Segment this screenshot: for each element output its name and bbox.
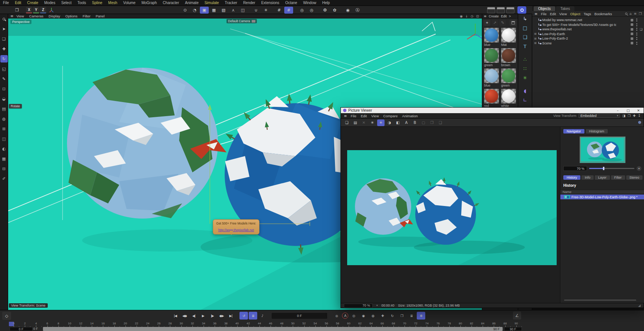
info-tab[interactable]: Layer bbox=[595, 175, 610, 180]
model-mode-icon[interactable]: ▣ bbox=[200, 7, 209, 14]
name-column-header[interactable]: Name bbox=[560, 190, 644, 194]
menu-item[interactable]: Character bbox=[160, 1, 182, 5]
render-view-icon[interactable]: ◎ bbox=[298, 7, 306, 14]
object-manager-tab[interactable]: Takes bbox=[556, 6, 574, 11]
object-row[interactable]: ⊞ Scene bbox=[532, 41, 644, 46]
axis-tool-icon[interactable] bbox=[47, 7, 56, 14]
bridge-tool[interactable]: ▦ bbox=[0, 155, 8, 162]
render-region-icon[interactable]: ✿ bbox=[330, 7, 339, 14]
key-params-button[interactable]: ↻ bbox=[388, 312, 396, 320]
text-object-icon[interactable]: T bbox=[520, 43, 531, 50]
menu-item[interactable]: Mesh bbox=[105, 1, 120, 5]
grid-icon[interactable]: # bbox=[275, 7, 284, 14]
visibility-dots[interactable] bbox=[635, 18, 638, 21]
material-item[interactable]: Mat bbox=[501, 27, 517, 47]
cube-primitive-icon[interactable]: ❑ bbox=[520, 33, 531, 41]
image-zoom-field[interactable]: 70 % bbox=[344, 304, 373, 308]
menu-item[interactable]: Edit bbox=[12, 1, 24, 5]
maximize-button[interactable]: □ bbox=[623, 108, 633, 113]
keyframe-selection-button[interactable]: ≣ bbox=[249, 312, 257, 320]
render-marked-button[interactable] bbox=[497, 7, 505, 13]
live-selection-tool[interactable]: ➤ bbox=[0, 25, 8, 33]
zoom-preset-dropdown[interactable]: ▾ bbox=[376, 304, 378, 307]
load-material-button[interactable]: ➚ bbox=[492, 20, 498, 26]
object-row[interactable]: To get 500+ Free Models/Textures/3D Asse… bbox=[532, 23, 644, 27]
key-scale-button[interactable]: ✚ bbox=[378, 312, 387, 320]
menu-item[interactable]: Render bbox=[240, 1, 258, 5]
layer-chip[interactable] bbox=[631, 23, 633, 26]
info-tab[interactable]: Info bbox=[581, 175, 594, 180]
knife-tool[interactable]: ◐ bbox=[0, 145, 8, 152]
menu-item[interactable]: Create bbox=[24, 1, 41, 5]
material-item[interactable]: red bbox=[484, 88, 500, 108]
view-transform-select[interactable]: Embedded▾ bbox=[578, 114, 620, 118]
axis-x-button[interactable]: X bbox=[26, 7, 32, 13]
material-menu-edit[interactable]: Edit bbox=[501, 14, 507, 18]
magnet-icon[interactable]: ∪ bbox=[252, 7, 261, 14]
download-icon[interactable]: ↓ bbox=[465, 14, 468, 18]
history-icon[interactable]: ◷ bbox=[471, 14, 474, 18]
scale-tool[interactable]: ◱ bbox=[0, 65, 8, 72]
add-material-button[interactable]: + bbox=[484, 20, 490, 26]
expand-icon[interactable]: ❐ bbox=[628, 114, 631, 118]
menu-item[interactable]: File bbox=[0, 1, 12, 5]
object-menu-item[interactable]: File bbox=[541, 12, 546, 16]
menu-item[interactable]: Spline bbox=[89, 1, 105, 5]
menu-item[interactable]: Extensions bbox=[258, 1, 282, 5]
spline-rectangle-icon[interactable]: □ bbox=[520, 24, 531, 32]
pen-tool[interactable]: ✎ bbox=[0, 75, 8, 82]
prev-frame-button[interactable]: ◀| bbox=[189, 312, 198, 320]
minimal-mode-button[interactable]: ✻ bbox=[417, 312, 425, 320]
menu-item[interactable]: Select bbox=[58, 1, 74, 5]
close-button[interactable]: ✕ bbox=[633, 108, 644, 113]
pv-menu-item[interactable]: Animation bbox=[402, 114, 418, 118]
object-menu-item[interactable]: Tags bbox=[584, 12, 591, 16]
null-object-icon[interactable]: ↳ bbox=[520, 15, 531, 23]
visibility-dots[interactable] bbox=[635, 42, 638, 45]
contrast-icon[interactable]: ◑ bbox=[386, 119, 393, 126]
menu-item[interactable]: Volume bbox=[120, 1, 138, 5]
layout-panel-icon[interactable]: ❒ bbox=[13, 7, 21, 14]
prev-key-button[interactable]: ◀◆ bbox=[180, 312, 189, 320]
object-row[interactable]: Model by www.remmac.net bbox=[532, 18, 644, 23]
pv-menu-item[interactable]: Compare bbox=[383, 114, 398, 118]
snap-settings-icon[interactable]: ✳ bbox=[261, 7, 270, 14]
viewport-menu-item[interactable]: Options bbox=[66, 14, 78, 18]
pv-menu-icon[interactable]: ≡ bbox=[344, 114, 347, 118]
visibility-dots[interactable] bbox=[635, 33, 638, 36]
material-menu-create[interactable]: Create bbox=[489, 14, 499, 18]
sidebar-tab[interactable]: Navigator bbox=[563, 129, 584, 134]
compare-b-button[interactable]: B bbox=[411, 119, 419, 126]
menu-item[interactable]: Simulate bbox=[201, 1, 222, 5]
material-item[interactable]: blue bbox=[484, 68, 500, 88]
zoom-dropdown-button[interactable]: ▾ bbox=[637, 166, 641, 171]
edges-mode-tool[interactable]: ◒ bbox=[0, 95, 8, 102]
split-view-icon[interactable]: ◨ bbox=[622, 114, 625, 118]
polygons-mode-tool[interactable]: ▤ bbox=[0, 105, 8, 112]
viewport-layout-icon[interactable]: ◫ bbox=[238, 7, 247, 14]
material-menu-more[interactable]: > bbox=[509, 14, 511, 18]
snap-grid-icon[interactable]: # bbox=[284, 7, 293, 14]
compare-ab-icon[interactable]: ◧ bbox=[394, 119, 402, 126]
material-item[interactable]: brown bbox=[501, 48, 517, 67]
hierarchy-icon[interactable]: ⋏ bbox=[229, 7, 238, 14]
effector-icon[interactable]: ✳ bbox=[520, 74, 531, 82]
view-transform-badge[interactable]: View Transform: Scene bbox=[9, 303, 48, 308]
key-pla-button[interactable]: ❐ bbox=[398, 312, 406, 320]
copy-icon[interactable]: ❐ bbox=[428, 119, 436, 126]
viewport-menu-item[interactable]: Filter bbox=[83, 14, 90, 18]
render-settings-icon[interactable]: ✳ bbox=[377, 119, 385, 126]
expand-icon[interactable]: ⊞ bbox=[534, 37, 538, 40]
pv-menu-item[interactable]: Edit bbox=[361, 114, 367, 118]
render-all-icon[interactable]: ◎ bbox=[307, 7, 316, 14]
frame-ruler[interactable]: 0246810121416182022242628303234363840424… bbox=[8, 322, 522, 327]
render-view-button[interactable] bbox=[487, 7, 495, 13]
download-icon[interactable]: ↧ bbox=[638, 114, 641, 118]
current-frame-field[interactable]: 0 F bbox=[272, 313, 327, 319]
rectangle-selection-tool[interactable]: ❏ bbox=[0, 35, 8, 43]
pv-menu-item[interactable]: File bbox=[350, 114, 356, 118]
loop-button[interactable]: ↺ bbox=[239, 312, 248, 320]
object-row[interactable]: ⊞ Low-Poly-Earth bbox=[532, 32, 644, 37]
split-tool[interactable]: ◫ bbox=[0, 135, 8, 142]
autokey-button[interactable]: A bbox=[342, 313, 348, 319]
